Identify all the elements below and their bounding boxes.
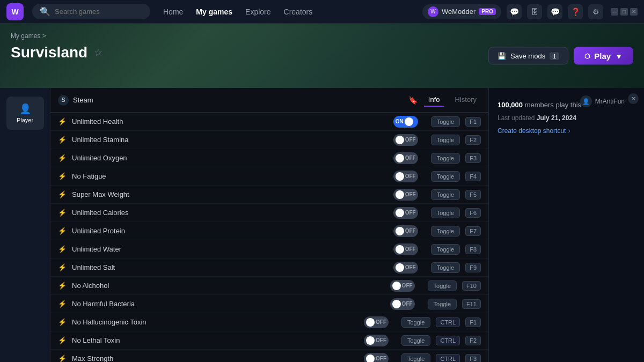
mods-list: ⚡Unlimited HealthONToggleF1⚡Unlimited St…	[50, 113, 488, 362]
player-icon: 👤	[19, 103, 31, 115]
desktop-link-text: Create desktop shortcut	[497, 127, 566, 135]
key-badge: F2	[465, 135, 481, 145]
bolt-icon: ⚡	[58, 190, 67, 198]
bolt-icon: ⚡	[58, 209, 67, 217]
toggle-button-0[interactable]: Toggle	[431, 116, 460, 127]
mod-name: Unlimited Stamina	[72, 136, 388, 144]
mod-toggle-7[interactable]: OFF	[393, 243, 418, 255]
close-panel-button[interactable]: ✕	[628, 93, 639, 104]
tab-info[interactable]: Info	[424, 93, 444, 107]
table-row: ⚡Unlimited CaloriesOFFToggleF6	[50, 204, 488, 222]
search-icon: 🔍	[40, 6, 50, 17]
mod-toggle-10[interactable]: OFF	[390, 298, 415, 310]
bookmark-icon[interactable]: 🔖	[408, 96, 418, 105]
bolt-icon: ⚡	[58, 354, 67, 362]
table-row: ⚡No Lethal ToxinOFFToggleCTRLF2	[50, 331, 488, 350]
toggle-button-5[interactable]: Toggle	[431, 208, 460, 218]
toggle-button-13[interactable]: Toggle	[401, 353, 430, 363]
mod-toggle-6[interactable]: OFF	[393, 225, 418, 237]
mod-toggle-9[interactable]: OFF	[390, 280, 415, 292]
nav-explore[interactable]: Explore	[245, 8, 270, 16]
help-icon[interactable]: ❓	[568, 4, 583, 19]
table-row: ⚡Unlimited OxygenOFFToggleF3	[50, 149, 488, 167]
search-bar[interactable]: 🔍	[32, 4, 150, 19]
key-badge: F1	[465, 317, 481, 327]
mod-toggle-8[interactable]: OFF	[393, 262, 418, 274]
mod-toggle-11[interactable]: OFF	[364, 316, 389, 328]
mod-name: Unlimited Water	[72, 245, 388, 253]
mod-toggle-13[interactable]: OFF	[364, 353, 389, 363]
table-row: ⚡No FatigueOFFToggleF4	[50, 167, 488, 186]
storage-icon[interactable]: 🗄	[527, 4, 542, 19]
bolt-icon: ⚡	[58, 300, 67, 308]
table-row: ⚡Unlimited WaterOFFToggleF8	[50, 240, 488, 258]
topbar: W 🔍 Home My games Explore Creators W WeM…	[0, 0, 644, 24]
key-badge: F5	[465, 190, 481, 200]
toggle-button-10[interactable]: Toggle	[428, 299, 457, 309]
mod-name: Unlimited Calories	[72, 209, 388, 217]
mod-toggle-1[interactable]: OFF	[393, 134, 418, 146]
toggle-button-6[interactable]: Toggle	[431, 226, 460, 237]
mod-name: Max Strength	[72, 354, 358, 362]
mod-name: Super Max Weight	[72, 190, 388, 198]
nav-my-games[interactable]: My games	[196, 8, 232, 16]
tab-history[interactable]: History	[451, 93, 481, 107]
nav-creators[interactable]: Creators	[284, 8, 313, 16]
toggle-button-9[interactable]: Toggle	[428, 280, 457, 291]
favorite-icon[interactable]: ☆	[94, 47, 103, 58]
mod-toggle-0[interactable]: ON	[393, 116, 418, 128]
bolt-icon: ⚡	[58, 245, 67, 253]
table-row: ⚡Unlimited StaminaOFFToggleF2	[50, 131, 488, 149]
mod-toggle-2[interactable]: OFF	[393, 152, 418, 164]
steam-section: S Steam 🔖 Info History	[50, 88, 488, 113]
mod-name: Unlimited Oxygen	[72, 154, 388, 162]
mod-toggle-3[interactable]: OFF	[393, 171, 418, 182]
mod-name: No Harmful Bacteria	[72, 300, 385, 308]
toggle-button-11[interactable]: Toggle	[401, 317, 430, 328]
table-row: ⚡No Harmful BacteriaOFFToggleF11	[50, 295, 488, 313]
toggle-button-12[interactable]: Toggle	[401, 335, 430, 346]
nav-home[interactable]: Home	[163, 8, 183, 16]
main-layout: 👤 Player S Steam 🔖 Info History ⚡Unlimit…	[0, 88, 644, 362]
player-tab[interactable]: 👤 Player	[6, 97, 44, 130]
key-badge: CTRL	[436, 317, 460, 327]
bolt-icon: ⚡	[58, 336, 67, 344]
message-icon[interactable]: 💬	[507, 4, 522, 19]
toggle-button-3[interactable]: Toggle	[431, 171, 460, 182]
pro-badge: PRO	[479, 8, 496, 15]
search-input[interactable]	[55, 8, 141, 16]
key-badge: F10	[462, 281, 481, 291]
key-badge: F11	[462, 299, 481, 309]
user-name: WeModder	[442, 8, 475, 16]
maximize-button[interactable]: □	[620, 8, 628, 16]
mod-name: No Alchohol	[72, 282, 385, 290]
settings-icon[interactable]: ⚙	[588, 4, 603, 19]
mod-toggle-12[interactable]: OFF	[364, 335, 389, 346]
table-row: ⚡No AlchoholOFFToggleF10	[50, 277, 488, 295]
toggle-button-4[interactable]: Toggle	[431, 189, 460, 200]
key-badge: F3	[465, 354, 481, 363]
mod-name: Unlimited Protein	[72, 227, 388, 235]
desktop-shortcut-link[interactable]: Create desktop shortcut ›	[497, 127, 635, 135]
table-row: ⚡Unlimited ProteinOFFToggleF7	[50, 222, 488, 240]
user-badge[interactable]: W WeModder PRO	[422, 4, 501, 19]
toggle-button-7[interactable]: Toggle	[431, 244, 460, 255]
breadcrumb: My games >	[11, 32, 633, 40]
mod-toggle-4[interactable]: OFF	[393, 189, 418, 201]
minimize-button[interactable]: —	[611, 8, 618, 16]
toggle-button-2[interactable]: Toggle	[431, 153, 460, 164]
table-row: ⚡Unlimited SaltOFFToggleF9	[50, 258, 488, 277]
bolt-icon: ⚡	[58, 227, 67, 235]
wemod-logo[interactable]: W	[6, 3, 24, 20]
toggle-button-8[interactable]: Toggle	[431, 262, 460, 273]
window-controls: — □ ✕	[611, 8, 638, 16]
table-row: ⚡Max StrengthOFFToggleCTRLF3	[50, 350, 488, 362]
table-row: ⚡Unlimited HealthONToggleF1	[50, 113, 488, 131]
toggle-button-1[interactable]: Toggle	[431, 135, 460, 145]
key-badge: F2	[465, 336, 481, 345]
close-button[interactable]: ✕	[630, 8, 638, 16]
info-panel: ✕ 👤 MrAntiFun 100,000 members play this …	[488, 88, 644, 362]
mod-toggle-5[interactable]: OFF	[393, 207, 418, 219]
discord-icon[interactable]: 💬	[547, 4, 562, 19]
key-badge: CTRL	[436, 354, 460, 363]
